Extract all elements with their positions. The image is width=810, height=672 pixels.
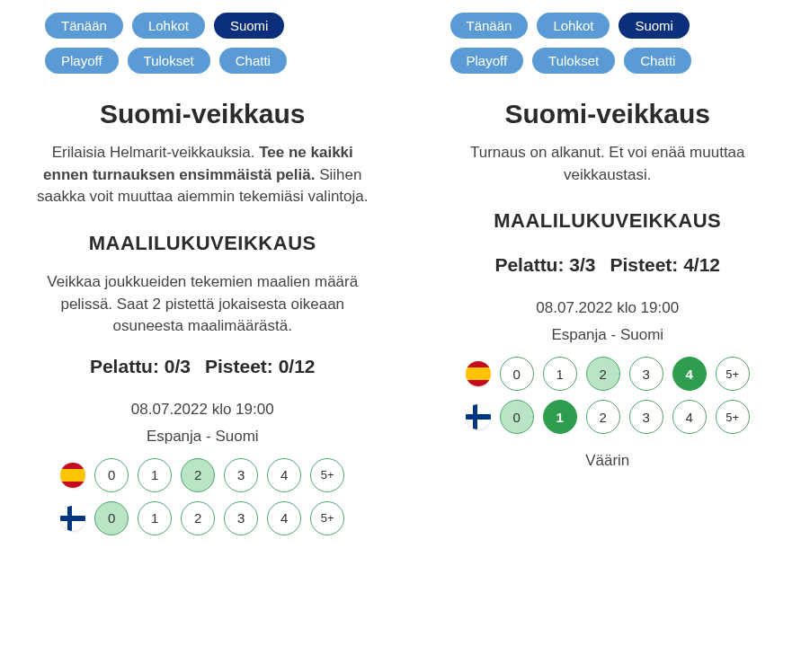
goal-option-es-4[interactable]: 4 [267, 458, 301, 492]
tab-finland[interactable]: Suomi [619, 13, 690, 39]
flag-spain-icon [466, 361, 491, 386]
flag-spain-icon [60, 463, 85, 488]
score-summary: Pelattu: 3/3 Pisteet: 4/12 [494, 254, 720, 276]
intro-text: Erilaisia Helmarit-veikkauksia. Tee ne k… [18, 142, 387, 208]
match-teams: Espanja - Suomi [551, 326, 663, 344]
goal-result-fi-1: 1 [543, 400, 577, 434]
goal-result-fi-0: 0 [500, 400, 534, 434]
tab-chat[interactable]: Chatti [219, 48, 287, 74]
tab-finland[interactable]: Suomi [214, 13, 285, 39]
score-summary: Pelattu: 0/3 Pisteet: 0/12 [90, 356, 316, 377]
section-heading: MAALILUKUVEIKKAUS [494, 209, 721, 233]
points-label: Pisteet: 4/12 [610, 254, 720, 276]
goal-option-fi-5plus[interactable]: 5+ [310, 501, 344, 535]
goal-option-es-2[interactable]: 2 [181, 458, 215, 492]
tab-today[interactable]: Tänään [45, 13, 123, 39]
result-status: Väärin [585, 452, 629, 470]
match-teams: Espanja - Suomi [147, 428, 259, 446]
played-label: Pelattu: 0/3 [90, 356, 191, 377]
goal-option-es-5plus[interactable]: 5+ [310, 458, 344, 492]
tab-results[interactable]: Tulokset [128, 48, 210, 74]
tab-results[interactable]: Tulokset [532, 48, 615, 74]
tabs-right: Tänään Lohkot Suomi Playoff Tulokset Cha… [423, 9, 793, 83]
flag-finland-icon [466, 404, 491, 429]
page-title: Suomi-veikkaus [505, 99, 710, 129]
tab-today[interactable]: Tänään [450, 13, 529, 39]
tabs-left: Tänään Lohkot Suomi Playoff Tulokset Cha… [18, 9, 387, 83]
goal-option-fi-0[interactable]: 0 [94, 501, 129, 535]
goal-result-es-2: 2 [586, 357, 620, 391]
tab-groups[interactable]: Lohkot [537, 13, 610, 39]
goal-option-fi-4[interactable]: 4 [267, 501, 301, 535]
goal-result-row-suomi: 0 1 2 3 4 5+ [423, 400, 793, 434]
goal-option-fi-3[interactable]: 3 [224, 501, 258, 535]
intro-text: Turnaus on alkanut. Et voi enää muuttaa … [423, 142, 793, 186]
goal-result-es-5plus: 5+ [716, 357, 750, 391]
flag-finland-icon [60, 506, 85, 531]
goal-result-es-0: 0 [500, 357, 534, 391]
tab-chat[interactable]: Chatti [624, 48, 691, 74]
tab-playoff[interactable]: Playoff [45, 48, 119, 74]
section-body: Veikkaa joukkueiden tekemien maalien mää… [18, 271, 387, 338]
goal-result-fi-4: 4 [672, 400, 707, 434]
played-label: Pelattu: 3/3 [494, 254, 595, 276]
page-title: Suomi-veikkaus [100, 99, 305, 129]
match-date: 08.07.2022 klo 19:00 [131, 401, 274, 419]
panel-left: Tänään Lohkot Suomi Playoff Tulokset Cha… [18, 9, 387, 663]
goal-result-fi-2: 2 [586, 400, 620, 434]
goal-result-row-espanja: 0 1 2 3 4 5+ [423, 357, 793, 391]
tab-groups[interactable]: Lohkot [132, 13, 205, 39]
goal-result-es-1: 1 [543, 357, 577, 391]
goal-picker-row-suomi: 0 1 2 3 4 5+ [18, 501, 387, 535]
goal-result-es-3: 3 [629, 357, 663, 391]
goal-picker-row-espanja: 0 1 2 3 4 5+ [18, 458, 387, 492]
goal-result-fi-3: 3 [629, 400, 663, 434]
panel-right: Tänään Lohkot Suomi Playoff Tulokset Cha… [423, 9, 793, 663]
goal-option-es-0[interactable]: 0 [94, 458, 129, 492]
goal-result-es-4: 4 [672, 357, 707, 391]
goal-option-es-1[interactable]: 1 [138, 458, 172, 492]
tab-playoff[interactable]: Playoff [450, 48, 524, 74]
goal-option-fi-1[interactable]: 1 [138, 501, 172, 535]
section-heading: MAALILUKUVEIKKAUS [89, 232, 316, 255]
intro-pre: Erilaisia Helmarit-veikkauksia. [52, 144, 260, 161]
goal-result-fi-5plus: 5+ [716, 400, 750, 434]
points-label: Pisteet: 0/12 [205, 356, 316, 377]
match-date: 08.07.2022 klo 19:00 [536, 299, 679, 317]
goal-option-es-3[interactable]: 3 [224, 458, 258, 492]
goal-option-fi-2[interactable]: 2 [181, 501, 215, 535]
